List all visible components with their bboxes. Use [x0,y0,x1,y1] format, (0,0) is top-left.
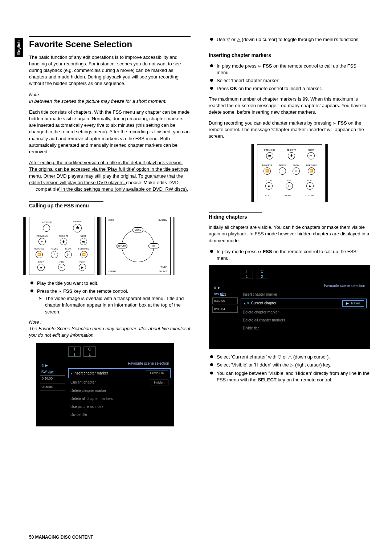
label: MENU [285,194,291,197]
text: During recording you can add chapter mar… [209,120,333,126]
list-item: Select 'Insert chapter marker'. [209,77,370,84]
text: Select ' [217,354,232,360]
text: Press the [37,288,58,294]
page-footer: 50 MANAGING DISC CONTENT [29,534,93,540]
scissors-icon: ✂ [258,249,261,255]
osd-screenshot-1: T1 C1 ⊚ ▶ RW play 0:30:00 0:00:04 Favour… [36,343,174,426]
term: Hidden [255,362,270,368]
footer-title: MANAGING DISC CONTENT [35,535,93,540]
remote-diagram-center: PREVIOUS⏮ REC/OTR⦿ NEXT⏭ REVERSE⏪ PAUSE⏸… [209,144,370,202]
label: SELECT [159,270,167,273]
text: on the remote control to insert a marker… [237,86,322,91]
label: PREVIOUS [36,235,48,238]
subheading-fss-menu: Calling up the FSS menu [29,201,103,210]
osd-row: Delete chapter marker [70,388,106,393]
label: PREVIOUS [264,149,275,152]
osd-value: 1 [246,274,248,279]
list-item: Select 'Visible' or 'Hidden' with the ▷ … [209,362,370,368]
osd-rightbox: Press OK [146,370,168,376]
slow-button-icon: ▷ [293,167,300,175]
list-item: In play mode press ✂ FSS on the remote c… [209,248,370,262]
osd-row: Delete chapter marker [243,310,279,315]
subheading-hiding-chapters: Hiding chapters [209,212,262,221]
return-pill: RETURN [117,243,127,248]
text: In play mode press [217,63,258,69]
play-button-icon: ▶ [306,182,314,190]
power-button-icon: ⏻ [73,224,82,232]
list-item: You can toggle between 'Visible' and 'Hi… [209,370,370,383]
label: CLEAR [109,270,116,273]
label: FSS [287,179,292,182]
nav-ring-icon: MENU RETURN OK [122,230,154,262]
text: ' or ' [246,362,255,368]
text: FSS [62,288,73,294]
text: FSS [336,120,347,126]
pause-button-icon: ⏸ [279,167,286,175]
stop-button-icon: ■ [37,264,45,271]
remote-transport-diagram: MONITOR ON/OFF⏻ PREVIOUS⏮ REC/OTR⦿ NEXT⏭… [29,217,94,275]
label: REC/OTR [286,149,296,152]
fwd-button-icon: ⏩ [80,251,87,258]
label: PLAY [307,179,313,182]
text: choose ' [126,180,143,185]
body-paragraph: Each title consists of chapters. With th… [29,109,191,155]
osd-label: play [220,292,226,296]
rec-button-icon: ⦿ [288,152,295,159]
hiding-list-2: Select 'Current chapter' with ▽ or △ (do… [209,354,370,383]
fwd-button-icon: ⏩ [308,167,315,175]
osd-row: Use picture as index [70,404,103,409]
fss-steps-list: Play the title you want to edit. Press t… [29,280,191,315]
play-button-icon: ▶ [79,264,86,271]
text: FSS [261,249,272,254]
label: PLAY [79,261,85,264]
pause-button-icon: ⏸ [51,251,58,258]
label: SYSTEM [305,194,314,197]
note-label: Note : [29,319,191,325]
body-paragraph: During recording you can add chapter mar… [209,120,370,140]
text: ' with ▽ or △ (down up cursor). [266,354,330,360]
next-button-icon: ⏭ [307,152,315,159]
term: Hidden [296,370,311,376]
fss-button-icon: ✂ [58,264,65,271]
label: FORWARD [306,164,317,167]
menu-pill: MENU [132,227,143,232]
stop-button-icon: ■ [265,182,273,190]
text: SELECT [258,377,276,382]
term: Make edits DVD- [143,180,180,185]
text: Press [217,86,230,91]
label: PAUSE [51,248,58,251]
page-columns: Favorite Scene Selection The basic funct… [29,36,370,432]
insert-markers-list: In play mode press ✂ FSS on the remote c… [209,63,370,92]
label: PAUSE [279,164,286,167]
page-title: Favorite Scene Selection [29,36,191,50]
left-column: Favorite Scene Selection The basic funct… [29,36,191,432]
text: Select ' [217,78,232,83]
label: SLOW [65,248,71,251]
note-label: Note: [29,92,191,98]
text: Select ' [217,362,232,368]
language-tab: English [15,38,23,57]
text: key on the remote control. [72,288,128,294]
note-text: The Favorite Scene Selection menu may di… [29,325,191,339]
list-item: Press OK on the remote control to insert… [209,85,370,92]
rev-button-icon: ⏪ [36,251,43,258]
osd-rightbox: Hidden [150,380,168,386]
osd-time: 0:30:00 [40,375,65,382]
osd-row: Current chapter [251,301,276,305]
osd-row: Divide title [243,326,260,331]
term: Current chapter [232,354,266,360]
continue-list: Use ▽ or △ (down up cursor) to toggle th… [209,36,370,43]
rec-button-icon: ⦿ [60,238,67,245]
slow-button-icon: ▷ [65,251,72,258]
body-paragraph: The maximum number of chapter markers is… [209,96,370,116]
osd-row: Delete all chapter markers [70,396,113,401]
scissors-icon: ✂ [258,64,261,70]
scissors-icon: ✂ [333,121,336,127]
term: Too many chapters [279,103,320,108]
osd-rightbox: Hidden [350,301,360,305]
label: NEXT [81,235,86,238]
right-column: Use ▽ or △ (down up cursor) to toggle th… [209,36,370,432]
label: SYSTEM [158,219,167,222]
osd-value: 2 [261,274,263,279]
label: REVERSE [262,164,272,167]
